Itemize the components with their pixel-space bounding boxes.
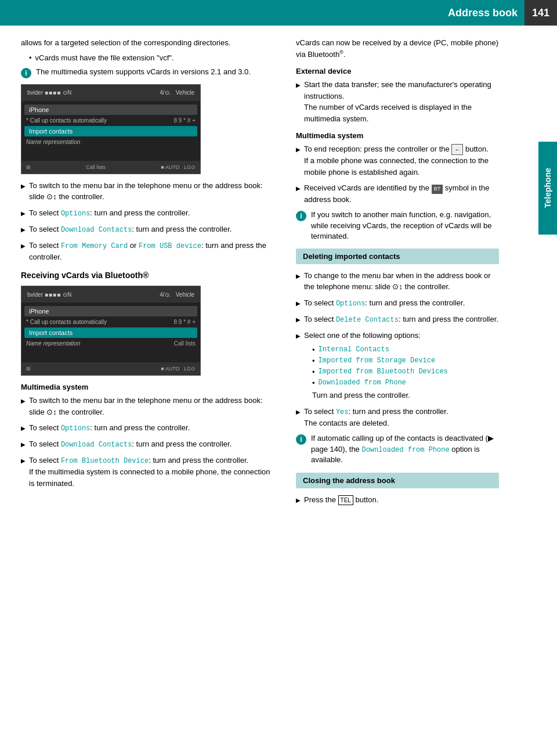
arrow-icon-14: ▶ [296,315,301,325]
option-imported-bt: Imported from Bluetooth Devices [312,368,499,376]
option-downloaded-phone: Downloaded from Phone [312,379,499,387]
intro-text: allows for a targeted selection of the c… [21,37,270,49]
option-imported-storage: Imported from Storage Device [312,357,499,365]
option-internal-contacts: Internal Contacts [312,345,499,354]
arrow-from-bt: ▶ To select From Bluetooth Device: turn … [21,455,270,489]
arrow-switch-menu-1: ▶ To switch to the menu bar in the telep… [21,180,270,203]
arrow-icon-1: ▶ [21,182,26,203]
deleting-heading-box: Deleting imported contacts [296,249,499,264]
arrow-icon-11: ▶ [296,184,301,205]
arrow-icon-12: ▶ [296,272,301,293]
arrow-icon-16: ▶ [296,408,301,429]
arrow-icon-13: ▶ [296,299,301,309]
device-top-bar-1: bvider ■■■■ ⊙N 4/⊙. Vehicle [21,85,200,101]
info-text-2: If you switch to another main function, … [311,210,499,242]
arrow-icon-2: ▶ [21,209,26,219]
subsection-multimedia-1: Multimedia system [21,383,270,391]
arrow-icon-5: ▶ [21,397,26,417]
info-icon-2: i [296,211,306,221]
device-import-1: Import contacts [24,126,197,136]
info-box-1: i The multimedia system supports vCards … [21,67,270,78]
arrow-icon-17: ▶ [296,496,301,506]
device-iphone-2: iPhone [24,306,197,316]
main-content: allows for a targeted selection of the c… [0,26,557,521]
device-top-bar-2: bvider ■■■■ ⊙N 4/⊙. Vehicle [21,286,200,303]
arrow-switch-menu-2: ▶ To switch to the menu bar in the telep… [21,395,270,417]
arrow-select-options: ▶ Select one of the following options: [296,330,499,341]
arrow-from-memory: ▶ To select From Memory Card or From USB… [21,240,270,263]
device-screenshot-2: bvider ■■■■ ⊙N 4/⊙. Vehicle iPhone * Cal… [21,286,201,376]
arrow-select-options-1: ▶ To select Options: turn and press the … [21,207,270,219]
arrow-end-reception: ▶ To end reception: press the controller… [296,143,499,178]
section-receiving-vcards: Receiving vCards via Bluetooth® [21,271,270,280]
arrow-options-2: ▶ To select Options: turn and press the … [21,422,270,434]
arrow-press-tel: ▶ Press the TEL button. [296,494,499,506]
page-title: Address book [0,7,525,19]
arrow-icon-6: ▶ [21,424,26,434]
closing-heading-box: Closing the address book [296,473,499,488]
header-bar: Address book 141 [0,0,557,26]
right-column: vCards can now be received by a device (… [284,26,534,521]
device-content-1: iPhone * Call up contacts automatically … [21,101,200,149]
info-icon-1: i [21,68,31,78]
arrow-icon-3: ▶ [21,225,26,235]
device-screenshot-1: bvider ■■■■ ⊙N 4/⊙. Vehicle iPhone * Cal… [21,84,201,174]
arrow-icon-4: ▶ [21,242,26,263]
arrow-del-delete-contacts: ▶ To select Delete Contacts: turn and pr… [296,314,499,325]
info-icon-3: i [296,434,306,445]
tel-badge: TEL [338,495,353,505]
device-row-contacts-2: * Call up contacts automatically 8 9 * #… [21,318,200,326]
info-box-3: i If automatic calling up of the contact… [296,433,499,465]
arrow-download-contacts-2: ▶ To select Download Contacts: turn and … [21,438,270,450]
multimedia-heading: Multimedia system [296,131,499,140]
device-top-left-1: bvider ■■■■ ⊙N [27,89,71,96]
arrow-select-yes: ▶ To select Yes: turn and press the cont… [296,406,499,429]
arrow-del-options: ▶ To select Options: turn and press the … [296,297,499,309]
device-content-2: iPhone * Call up contacts automatically … [21,303,200,350]
right-intro: vCards can now be received by a device (… [296,37,499,60]
arrow-icon-10: ▶ [296,145,301,178]
arrow-start-transfer: ▶ Start the data transfer; see the manuf… [296,79,499,124]
device-bottom-bar-2: ⊞ ■ AUTO LG⊙ [21,362,200,375]
info-text-3: If automatic calling up of the contacts … [311,433,499,465]
device-vehicle-1: 4/⊙. Vehicle [160,89,194,96]
arrow-del-change-menu: ▶ To change to the menu bar when in the … [296,270,499,293]
arrow-icon-9: ▶ [296,81,301,124]
device-import-2: Import contacts [24,327,197,338]
device-row-name-2: Name representation Call lists [21,339,200,348]
arrow-download-contacts-1: ▶ To select Download Contacts: turn and … [21,224,270,235]
bt-badge: BT [432,185,443,194]
left-column: allows for a targeted selection of the c… [0,26,284,521]
info-text-1: The multimedia system supports vCards in… [36,67,251,78]
ext-device-heading: External device [296,67,499,75]
info-box-2: i If you switch to another main function… [296,210,499,242]
arrow-icon-15: ▶ [296,332,301,341]
device-vehicle-2: 4/⊙. Vehicle [160,291,194,298]
page-number: 141 [525,0,557,26]
device-iphone-1: iPhone [24,105,197,115]
back-button-badge: ← [451,144,463,155]
bullet-vcards-ext: vCards must have the file extension "vcf… [29,53,270,62]
turn-press-text: Turn and press the controller. [312,390,499,401]
device-row-name-1: Name representation [21,138,200,146]
arrow-icon-7: ▶ [21,440,26,450]
device-bottom-bar-1: ⊞ Call lists ■ AUTO LG⊙ [21,161,200,174]
device-top-left-2: bvider ■■■■ ⊙N [27,291,71,298]
arrow-received-vcards: ▶ Received vCards are identified by the … [296,182,499,205]
device-row-contacts-1: * Call up contacts automatically 8 9 * #… [21,116,200,125]
arrow-icon-8: ▶ [21,456,26,489]
